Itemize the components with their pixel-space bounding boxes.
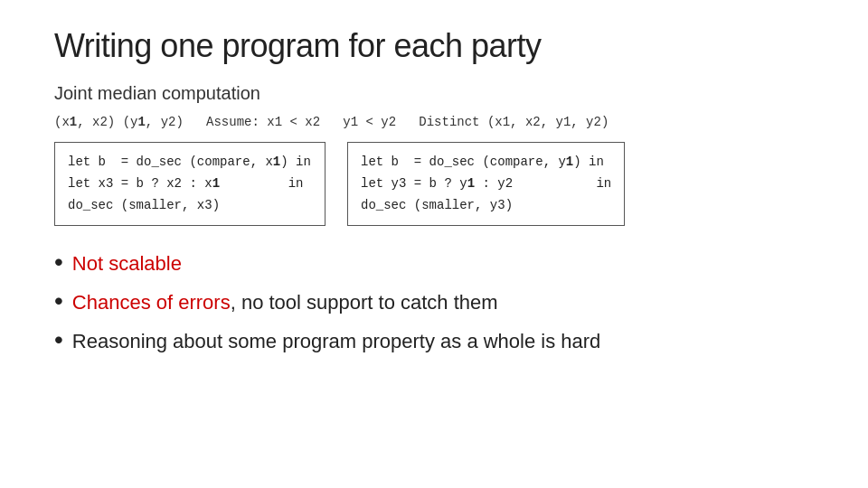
code-right-line2: let y3 = b ? y1 : y2 in	[361, 174, 611, 195]
bullet-text-1: Not scalable	[72, 252, 182, 276]
section-label: Joint median computation	[54, 83, 823, 104]
code-right-line3: do_sec (smaller, y3)	[361, 195, 611, 217]
code-left-line1: let b = do_sec (compare, x1) in	[68, 152, 312, 174]
bullet-dot-2: •	[54, 288, 63, 314]
code-box-right: let b = do_sec (compare, y1) in let y3 =…	[347, 142, 625, 226]
bullet-1-red: Not scalable	[72, 252, 182, 275]
bullet-item-1: • Not scalable	[54, 249, 823, 276]
bullet-2-normal: , no tool support to catch them	[231, 291, 498, 314]
bullets-section: • Not scalable • Chances of errors, no t…	[54, 249, 823, 353]
assumptions-text: (x1, x2) (y1, y2) Assume: x1 < x2 y1 < y…	[54, 115, 609, 129]
bullet-item-3: • Reasoning about some program property …	[54, 327, 823, 353]
bullet-dot-3: •	[54, 327, 63, 352]
bold-y1: 1	[137, 115, 145, 129]
code-boxes-row: let b = do_sec (compare, x1) in let x3 =…	[54, 142, 823, 226]
code-left-line2: let x3 = b ? x2 : x1 in	[68, 174, 312, 195]
bullet-text-2: Chances of errors, no tool support to ca…	[72, 291, 498, 314]
bullet-text-3: Reasoning about some program property as…	[72, 330, 601, 353]
code-right-line1: let b = do_sec (compare, y1) in	[361, 152, 611, 174]
slide: Writing one program for each party Joint…	[0, 0, 868, 488]
bullet-item-2: • Chances of errors, no tool support to …	[54, 288, 823, 314]
code-left-line3: do_sec (smaller, x3)	[68, 195, 312, 217]
bullet-2-red: Chances of errors	[72, 291, 231, 314]
bullet-dot-1: •	[54, 249, 63, 275]
assumptions-row: (x1, x2) (y1, y2) Assume: x1 < x2 y1 < y…	[54, 115, 823, 129]
code-box-left: let b = do_sec (compare, x1) in let x3 =…	[54, 142, 326, 226]
bold-x1: 1	[70, 115, 77, 129]
slide-title: Writing one program for each party	[54, 27, 823, 65]
